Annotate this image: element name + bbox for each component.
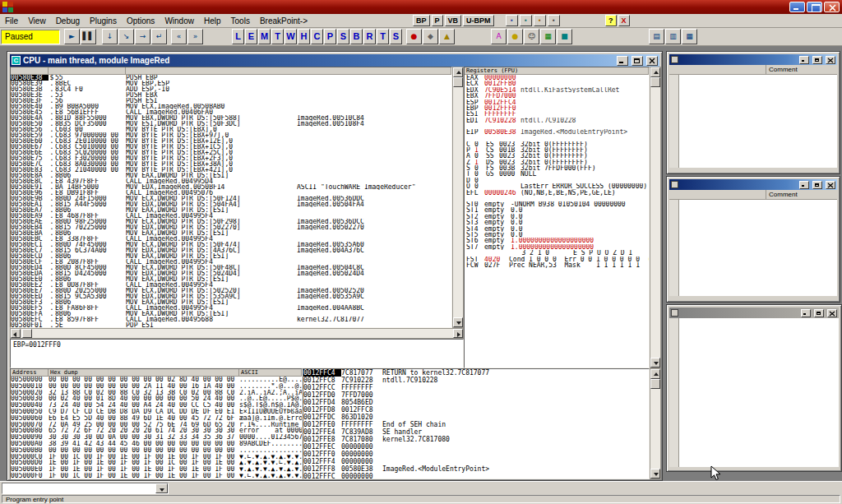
go-to-icon[interactable]: » [187, 29, 203, 44]
flag-row[interactable]: T0GS0000NULL [465, 171, 649, 177]
side3-close-button[interactable] [827, 309, 837, 317]
cpu-close-button[interactable] [646, 56, 658, 66]
side1-scrollbar[interactable] [669, 75, 679, 168]
stack-row[interactable]: 0012FFD80012FFC8 [303, 406, 649, 414]
disasm-row[interactable]: 00580E60.C683 2E010000 00MOV BYTE PTR DS… [11, 138, 451, 144]
flag-row[interactable]: D0 [465, 178, 649, 183]
view-letter-button[interactable]: B [350, 29, 363, 44]
stack-row[interactable]: 0012FFD48054B6ED [303, 399, 649, 406]
disasm-row[interactable]: 00580EC7.8B15 6C374A00MOV EDX,DWORD PTR … [11, 247, 451, 253]
stack-row[interactable]: 0012FFEC00000000 [303, 443, 649, 451]
disasm-row[interactable]: 00580E3E.53PUSH EBX [11, 92, 451, 98]
assembler-icon[interactable]: A [491, 29, 507, 44]
menu-item[interactable]: BreakPoint-> [255, 15, 312, 27]
snapshot-icon[interactable]: ▪ [534, 15, 546, 26]
menu-item[interactable]: View [23, 15, 51, 27]
cpu-minimize-button[interactable] [617, 56, 628, 66]
script-icon[interactable]: ▪ [506, 15, 518, 26]
cascade-windows-icon[interactable]: ▥ [665, 29, 681, 44]
disasm-row[interactable]: 00580E4A.8B1D 88F55000MOV EBX,DWORD PTR … [11, 115, 451, 121]
side2-maximize-button[interactable] [812, 181, 822, 189]
stack-row[interactable]: 0012FFE47C839AD8SE handler [303, 428, 649, 436]
view-letter-button[interactable]: S [390, 29, 402, 44]
scroll-down-button[interactable] [650, 469, 660, 479]
run-icon[interactable]: ► [64, 29, 80, 44]
breakpoint-toolbar-button[interactable]: U-BPM [463, 15, 494, 26]
disasm-row[interactable]: 00580E6E.C683 5C020000 00MOV BYTE PTR DS… [11, 150, 451, 155]
disasm-row[interactable]: 00580E7C.C683 8A030000 00MOV BYTE PTR DS… [11, 161, 451, 167]
dump-row[interactable]: 0050002032 13 8B C0 02 00 8B C0 32 13 3B… [11, 390, 302, 396]
view-letter-button[interactable]: S [337, 29, 349, 44]
fpu-register-row[interactable]: ST7empty1.0000000000000000000 [465, 244, 649, 250]
disasm-row[interactable]: 00580EA7.8B06MOV EAX,DWORD PTR DS:[ESI] [11, 207, 451, 213]
menu-item[interactable]: Debug [51, 15, 85, 27]
flag-row[interactable]: Z1DS002332bit 0(FFFFFFFF) [465, 160, 649, 165]
side-window-1-titlebar[interactable] [669, 54, 837, 65]
side3-maximize-button[interactable] [814, 309, 824, 317]
disasm-row[interactable]: 00580EBA.8B06MOV EAX,DWORD PTR DS:[ESI] [11, 230, 451, 236]
side-window-2-titlebar[interactable] [669, 179, 837, 190]
register-row[interactable]: EBP0012FFF0 [465, 105, 649, 111]
dump-row[interactable]: 0050007072 0A 49 25 00 00 00 00 52 75 6E… [11, 422, 302, 428]
scroll-right-button[interactable] [453, 329, 463, 338]
dump-row[interactable]: 00500060E6 E4 E5 5D 40 00 8B 49 6D 1E 40… [11, 415, 302, 422]
cpu-window-titlebar[interactable]: C CPU - main thread, module ImageRed [10, 54, 659, 67]
view-letter-button[interactable]: L [232, 29, 244, 44]
step-over-icon[interactable]: ↘ [118, 29, 134, 44]
scroll-down-button[interactable] [453, 317, 463, 327]
side3-scrollbar[interactable] [669, 318, 679, 467]
side2-close-button[interactable] [826, 181, 835, 189]
cpu-maximize-button[interactable] [632, 56, 643, 66]
misc-icon[interactable]: ▪ [548, 15, 560, 26]
flag-row[interactable]: P1CS001B32bit 0(FFFFFFFF) [465, 147, 649, 153]
view-letter-button[interactable]: T [271, 29, 284, 44]
flag-row[interactable]: A0SS002332bit 0(FFFFFFFF) [465, 153, 649, 159]
disasm-row[interactable]: 00580E91.BA 14BF5000MOV EDX,ImageRed.005… [11, 184, 451, 190]
view-letter-button[interactable]: W [285, 29, 297, 44]
minimize-button[interactable] [789, 2, 805, 12]
disasm-row[interactable]: 00580E3B.83C4 F0ADD ESP,-10 [11, 86, 451, 92]
view-letter-button[interactable]: T [377, 29, 389, 44]
scroll-up-button[interactable] [453, 67, 463, 77]
disasm-row[interactable]: 00580E40.B9 B0BA5000MOV ECX,ImageRed.005… [11, 104, 451, 109]
disasm-row[interactable]: 00580ED4.8B0D 8CF45000MOV ECX,DWORD PTR … [11, 265, 451, 270]
scroll-left-button[interactable] [11, 329, 21, 338]
close-toolbar-icon[interactable]: X [618, 15, 630, 26]
breakpoint-icon[interactable]: ● [406, 29, 422, 44]
scroll-thumb[interactable] [650, 77, 660, 87]
command-input[interactable] [2, 483, 155, 493]
view-letter-button[interactable]: H [298, 29, 310, 44]
stack-row[interactable]: 0012FFE0FFFFFFFFEnd of SEH chain [303, 421, 649, 428]
execute-till-return-icon[interactable]: « [171, 29, 187, 44]
breakpoint-toolbar-button[interactable]: P [432, 15, 443, 26]
patches-icon[interactable]: ■ [557, 29, 572, 44]
dump-row[interactable]: 0050004073 24 40 00 54 24 40 00 A4 24 40… [11, 402, 302, 409]
fpu-register-row[interactable]: ST0empty-UNORM B938 01050104 00000000 [465, 201, 649, 207]
dump-row[interactable]: 005000A038 39 41 42 43 44 45 46 00 00 00… [11, 441, 302, 447]
dump-row[interactable]: 005000E01F 00 1E 00 1F 00 1F 00 1E 00 1F… [11, 466, 302, 473]
efl-register-row[interactable]: EFL00000246(NO,NB,E,BE,NS,PE,GE,LE) [465, 190, 649, 196]
tile-windows-icon[interactable]: ▤ [649, 29, 664, 44]
side2-scrollbar[interactable] [669, 200, 679, 296]
disasm-row[interactable]: 00580EA9.E8 4687F8FFCALL ImageRed.004995… [11, 213, 451, 219]
dump-row[interactable]: 005000C01F 00 1C 00 1F 00 1E 00 1F 00 1E… [11, 454, 302, 460]
menu-item[interactable]: File [0, 15, 23, 27]
disasm-row[interactable]: 00580E75.C683 F3020000 00MOV BYTE PTR DS… [11, 155, 451, 161]
side1-minimize-button[interactable] [799, 56, 809, 64]
menu-item[interactable]: Window [160, 15, 199, 27]
command-combobox[interactable] [2, 483, 169, 494]
stack-row[interactable]: 0012FFFC00000000 [303, 473, 649, 479]
side2-minimize-button[interactable] [799, 181, 809, 189]
dump-row[interactable]: 005000F01F 00 1C 00 1F 00 1E 00 1F 00 1E… [11, 473, 302, 479]
highlight-icon[interactable]: ● [507, 29, 523, 44]
dump-row[interactable]: 0050009030 30 30 30 0D 0A 00 00 30 31 32… [11, 434, 302, 441]
disasm-row[interactable]: 00580E59.C683 97000000 00MOV BYTE PTR DS… [11, 132, 451, 138]
register-row[interactable]: ESP0012FFC4 [465, 99, 649, 105]
disasm-row[interactable]: 00580E8A.8B06MOV EAX,DWORD PTR DS:[ESI] [11, 173, 451, 178]
disasm-row[interactable]: 00580ECF.E8 2087F8FFCALL ImageRed.004995… [11, 259, 451, 265]
disasm-row[interactable]: 00580EBC.E8 3387F8FFCALL ImageRed.004995… [11, 236, 451, 242]
smiley-icon[interactable]: ☺ [524, 29, 539, 44]
eip-register-row[interactable]: EIP00580E38ImageRed.<ModuleEntryPoint> [465, 129, 649, 135]
disasm-row[interactable]: 00580E38$55PUSH EBP [11, 75, 451, 81]
view-letter-button[interactable]: R [363, 29, 376, 44]
